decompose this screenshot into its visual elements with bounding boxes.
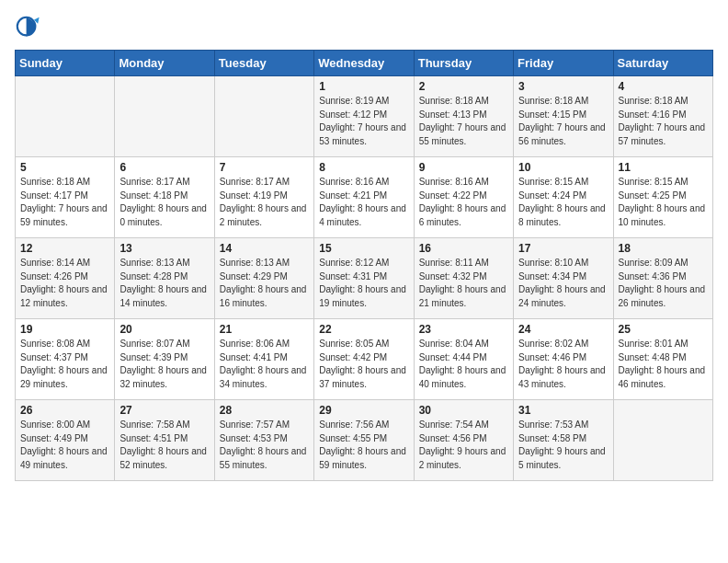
calendar-cell: 22Sunrise: 8:05 AM Sunset: 4:42 PM Dayli… — [314, 319, 414, 400]
week-row-4: 19Sunrise: 8:08 AM Sunset: 4:37 PM Dayli… — [16, 319, 713, 400]
day-number: 6 — [119, 161, 209, 174]
day-number: 28 — [220, 404, 309, 417]
day-number: 12 — [20, 242, 109, 255]
calendar-cell: 10Sunrise: 8:15 AM Sunset: 4:24 PM Dayli… — [514, 157, 613, 238]
calendar-cell: 28Sunrise: 7:57 AM Sunset: 4:53 PM Dayli… — [214, 400, 313, 481]
day-info: Sunrise: 8:01 AM Sunset: 4:48 PM Dayligh… — [619, 338, 708, 391]
calendar-cell: 31Sunrise: 7:53 AM Sunset: 4:58 PM Dayli… — [514, 400, 613, 481]
day-info: Sunrise: 8:11 AM Sunset: 4:32 PM Dayligh… — [419, 257, 508, 310]
day-number: 19 — [20, 323, 109, 336]
day-info: Sunrise: 8:12 AM Sunset: 4:31 PM Dayligh… — [319, 257, 408, 310]
calendar-cell — [214, 76, 313, 157]
header — [15, 15, 713, 40]
day-number: 10 — [518, 161, 608, 174]
day-info: Sunrise: 8:17 AM Sunset: 4:18 PM Dayligh… — [119, 176, 209, 229]
day-number: 13 — [119, 242, 209, 255]
day-info: Sunrise: 7:53 AM Sunset: 4:58 PM Dayligh… — [518, 419, 608, 472]
weekday-header-saturday: Saturday — [613, 51, 712, 76]
day-number: 14 — [220, 242, 309, 255]
calendar-cell: 19Sunrise: 8:08 AM Sunset: 4:37 PM Dayli… — [16, 319, 115, 400]
day-number: 4 — [619, 80, 708, 93]
day-info: Sunrise: 7:57 AM Sunset: 4:53 PM Dayligh… — [220, 419, 309, 472]
calendar-cell: 29Sunrise: 7:56 AM Sunset: 4:55 PM Dayli… — [314, 400, 414, 481]
day-info: Sunrise: 8:14 AM Sunset: 4:26 PM Dayligh… — [20, 257, 109, 310]
day-info: Sunrise: 8:04 AM Sunset: 4:44 PM Dayligh… — [419, 338, 508, 391]
day-number: 9 — [419, 161, 508, 174]
calendar-cell: 3Sunrise: 8:18 AM Sunset: 4:15 PM Daylig… — [514, 76, 613, 157]
day-info: Sunrise: 8:08 AM Sunset: 4:37 PM Dayligh… — [20, 338, 109, 391]
calendar-cell: 17Sunrise: 8:10 AM Sunset: 4:34 PM Dayli… — [514, 238, 613, 319]
week-row-5: 26Sunrise: 8:00 AM Sunset: 4:49 PM Dayli… — [16, 400, 713, 481]
day-number: 11 — [619, 161, 708, 174]
logo — [15, 15, 44, 40]
calendar-cell: 1Sunrise: 8:19 AM Sunset: 4:12 PM Daylig… — [314, 76, 414, 157]
day-number: 5 — [20, 161, 109, 174]
calendar-cell: 7Sunrise: 8:17 AM Sunset: 4:19 PM Daylig… — [214, 157, 313, 238]
calendar-cell: 27Sunrise: 7:58 AM Sunset: 4:51 PM Dayli… — [115, 400, 214, 481]
day-number: 15 — [319, 242, 408, 255]
calendar-cell: 30Sunrise: 7:54 AM Sunset: 4:56 PM Dayli… — [414, 400, 513, 481]
day-number: 20 — [119, 323, 209, 336]
calendar-cell: 9Sunrise: 8:16 AM Sunset: 4:22 PM Daylig… — [414, 157, 513, 238]
calendar-cell: 25Sunrise: 8:01 AM Sunset: 4:48 PM Dayli… — [613, 319, 712, 400]
day-number: 18 — [619, 242, 708, 255]
calendar-cell — [613, 400, 712, 481]
day-info: Sunrise: 8:02 AM Sunset: 4:46 PM Dayligh… — [518, 338, 608, 391]
weekday-header-sunday: Sunday — [16, 51, 115, 76]
calendar-cell — [115, 76, 214, 157]
calendar-cell: 8Sunrise: 8:16 AM Sunset: 4:21 PM Daylig… — [314, 157, 414, 238]
day-number: 22 — [319, 323, 408, 336]
day-number: 17 — [518, 242, 608, 255]
day-info: Sunrise: 8:13 AM Sunset: 4:28 PM Dayligh… — [119, 257, 209, 310]
calendar-cell: 20Sunrise: 8:07 AM Sunset: 4:39 PM Dayli… — [115, 319, 214, 400]
weekday-header-monday: Monday — [115, 51, 214, 76]
day-number: 7 — [220, 161, 309, 174]
day-info: Sunrise: 8:10 AM Sunset: 4:34 PM Dayligh… — [518, 257, 608, 310]
day-number: 23 — [419, 323, 508, 336]
calendar-cell: 21Sunrise: 8:06 AM Sunset: 4:41 PM Dayli… — [214, 319, 313, 400]
calendar-cell: 14Sunrise: 8:13 AM Sunset: 4:29 PM Dayli… — [214, 238, 313, 319]
calendar-cell: 2Sunrise: 8:18 AM Sunset: 4:13 PM Daylig… — [414, 76, 513, 157]
day-info: Sunrise: 8:18 AM Sunset: 4:17 PM Dayligh… — [20, 176, 109, 229]
calendar-cell: 23Sunrise: 8:04 AM Sunset: 4:44 PM Dayli… — [414, 319, 513, 400]
day-number: 16 — [419, 242, 508, 255]
calendar-cell: 6Sunrise: 8:17 AM Sunset: 4:18 PM Daylig… — [115, 157, 214, 238]
day-info: Sunrise: 8:13 AM Sunset: 4:29 PM Dayligh… — [220, 257, 309, 310]
day-info: Sunrise: 8:07 AM Sunset: 4:39 PM Dayligh… — [119, 338, 209, 391]
day-info: Sunrise: 8:15 AM Sunset: 4:25 PM Dayligh… — [619, 176, 708, 229]
day-info: Sunrise: 8:15 AM Sunset: 4:24 PM Dayligh… — [518, 176, 608, 229]
day-info: Sunrise: 7:56 AM Sunset: 4:55 PM Dayligh… — [319, 419, 408, 472]
day-info: Sunrise: 8:18 AM Sunset: 4:15 PM Dayligh… — [518, 95, 608, 148]
weekday-header-friday: Friday — [514, 51, 613, 76]
day-number: 26 — [20, 404, 109, 417]
day-number: 1 — [319, 80, 408, 93]
day-number: 29 — [319, 404, 408, 417]
logo-icon — [15, 15, 40, 40]
day-info: Sunrise: 7:58 AM Sunset: 4:51 PM Dayligh… — [119, 419, 209, 472]
calendar-cell: 5Sunrise: 8:18 AM Sunset: 4:17 PM Daylig… — [16, 157, 115, 238]
day-info: Sunrise: 8:16 AM Sunset: 4:21 PM Dayligh… — [319, 176, 408, 229]
day-info: Sunrise: 7:54 AM Sunset: 4:56 PM Dayligh… — [419, 419, 508, 472]
weekday-header-tuesday: Tuesday — [214, 51, 313, 76]
day-info: Sunrise: 8:09 AM Sunset: 4:36 PM Dayligh… — [619, 257, 708, 310]
day-info: Sunrise: 8:18 AM Sunset: 4:16 PM Dayligh… — [619, 95, 708, 148]
weekday-header-row: SundayMondayTuesdayWednesdayThursdayFrid… — [16, 51, 713, 76]
calendar-cell: 18Sunrise: 8:09 AM Sunset: 4:36 PM Dayli… — [613, 238, 712, 319]
day-number: 27 — [119, 404, 209, 417]
day-info: Sunrise: 8:05 AM Sunset: 4:42 PM Dayligh… — [319, 338, 408, 391]
day-info: Sunrise: 8:19 AM Sunset: 4:12 PM Dayligh… — [319, 95, 408, 148]
day-info: Sunrise: 8:00 AM Sunset: 4:49 PM Dayligh… — [20, 419, 109, 472]
calendar-cell: 26Sunrise: 8:00 AM Sunset: 4:49 PM Dayli… — [16, 400, 115, 481]
calendar-table: SundayMondayTuesdayWednesdayThursdayFrid… — [15, 50, 713, 481]
day-number: 8 — [319, 161, 408, 174]
day-number: 3 — [518, 80, 608, 93]
day-info: Sunrise: 8:18 AM Sunset: 4:13 PM Dayligh… — [419, 95, 508, 148]
day-info: Sunrise: 8:16 AM Sunset: 4:22 PM Dayligh… — [419, 176, 508, 229]
day-number: 31 — [518, 404, 608, 417]
day-number: 2 — [419, 80, 508, 93]
calendar-cell: 13Sunrise: 8:13 AM Sunset: 4:28 PM Dayli… — [115, 238, 214, 319]
day-number: 30 — [419, 404, 508, 417]
weekday-header-thursday: Thursday — [414, 51, 513, 76]
day-info: Sunrise: 8:06 AM Sunset: 4:41 PM Dayligh… — [220, 338, 309, 391]
calendar-cell: 12Sunrise: 8:14 AM Sunset: 4:26 PM Dayli… — [16, 238, 115, 319]
